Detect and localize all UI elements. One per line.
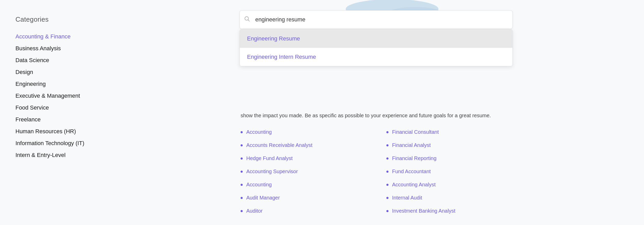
link-financial-reporting[interactable]: Financial Reporting (392, 155, 436, 161)
bullet-icon (241, 184, 243, 186)
bullet-icon (241, 157, 243, 160)
list-item: Fund Accountant (386, 169, 512, 174)
bullet-icon (241, 131, 243, 133)
links-column-left: Accounting Accounts Receivable Analyst H… (241, 129, 366, 221)
bullet-icon (241, 171, 243, 173)
content-description: show the impact you made. Be as specific… (241, 111, 512, 120)
sidebar-item-information-technology[interactable]: Information Technology (IT) (15, 137, 108, 149)
list-item: Financial Consultant (386, 129, 512, 135)
list-item: Accounting Supervisor (241, 169, 366, 174)
link-internal-audit[interactable]: Internal Audit (392, 195, 422, 201)
list-item: Internal Audit (386, 195, 512, 201)
sidebar-item-engineering[interactable]: Engineering (15, 78, 108, 90)
link-auditor[interactable]: Auditor (246, 208, 262, 214)
links-column-right: Financial Consultant Financial Analyst F… (386, 129, 512, 221)
links-columns: Accounting Accounts Receivable Analyst H… (241, 129, 512, 221)
main-content: Engineering Resume Engineering Intern Re… (118, 0, 644, 225)
sidebar-item-business-analysis[interactable]: Business Analysis (15, 43, 108, 54)
list-item: Audit Manager (241, 195, 366, 201)
link-accounting-2[interactable]: Accounting (246, 182, 272, 188)
sidebar-item-intern-entry-level[interactable]: Intern & Entry-Level (15, 149, 108, 161)
sidebar-item-data-science[interactable]: Data Science (15, 54, 108, 66)
sidebar: Categories Accounting & Finance Business… (0, 0, 118, 225)
sidebar-item-freelance[interactable]: Freelance (15, 114, 108, 126)
page-wrapper: Categories Accounting & Finance Business… (0, 0, 644, 225)
bullet-icon (386, 131, 388, 133)
search-container: Engineering Resume Engineering Intern Re… (240, 10, 513, 29)
link-accounting-analyst[interactable]: Accounting Analyst (392, 182, 436, 188)
link-accounting-supervisor[interactable]: Accounting Supervisor (246, 169, 298, 174)
sidebar-item-design[interactable]: Design (15, 66, 108, 78)
link-accounting-1[interactable]: Accounting (246, 129, 272, 135)
list-item: Accounting (241, 129, 366, 135)
content-body: show the impact you made. Be as specific… (240, 111, 513, 221)
category-list: Accounting & Finance Business Analysis D… (15, 31, 108, 161)
svg-line-3 (248, 20, 249, 21)
bullet-icon (241, 197, 243, 199)
list-item: Investment Banking Analyst (386, 208, 512, 214)
bullet-icon (386, 197, 388, 199)
search-input[interactable] (240, 10, 513, 29)
search-icon (244, 16, 250, 23)
sidebar-item-accounting-finance[interactable]: Accounting & Finance (15, 31, 108, 43)
link-audit-manager[interactable]: Audit Manager (246, 195, 280, 201)
link-investment-banking[interactable]: Investment Banking Analyst (392, 208, 455, 214)
sidebar-item-human-resources[interactable]: Human Resources (HR) (15, 126, 108, 137)
bullet-icon (241, 144, 243, 146)
search-dropdown: Engineering Resume Engineering Intern Re… (240, 29, 513, 66)
link-hedge-fund[interactable]: Hedge Fund Analyst (246, 155, 293, 161)
list-item: Auditor (241, 208, 366, 214)
sidebar-item-executive-management[interactable]: Executive & Management (15, 90, 108, 102)
bullet-icon (386, 171, 388, 173)
dropdown-item-engineering-resume[interactable]: Engineering Resume (240, 30, 512, 48)
list-item: Accounts Receivable Analyst (241, 142, 366, 148)
list-item: Accounting (241, 182, 366, 188)
list-item: Financial Analyst (386, 142, 512, 148)
bullet-icon (386, 144, 388, 146)
categories-heading: Categories (15, 15, 108, 23)
link-accounts-receivable[interactable]: Accounts Receivable Analyst (246, 142, 312, 148)
bullet-icon (386, 210, 388, 212)
link-financial-consultant[interactable]: Financial Consultant (392, 129, 439, 135)
list-item: Financial Reporting (386, 155, 512, 161)
bullet-icon (386, 184, 388, 186)
bullet-icon (386, 157, 388, 160)
link-financial-analyst[interactable]: Financial Analyst (392, 142, 431, 148)
sidebar-item-food-service[interactable]: Food Service (15, 102, 108, 114)
list-item: Hedge Fund Analyst (241, 155, 366, 161)
link-fund-accountant[interactable]: Fund Accountant (392, 169, 431, 174)
dropdown-item-engineering-intern-resume[interactable]: Engineering Intern Resume (240, 48, 512, 66)
bullet-icon (241, 210, 243, 212)
list-item: Accounting Analyst (386, 182, 512, 188)
